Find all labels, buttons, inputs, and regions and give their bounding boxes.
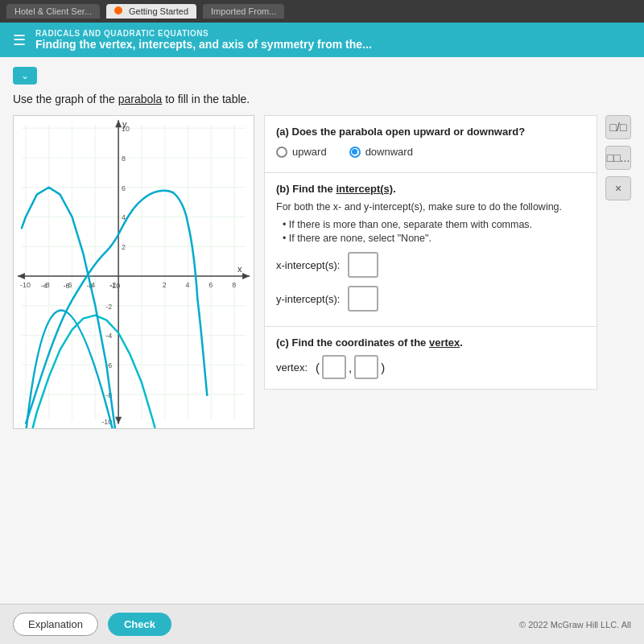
vertex-x-input[interactable] (322, 355, 346, 379)
collapse-button[interactable]: ⌄ (13, 67, 37, 85)
app-container: ☰ RADICALS AND QUADRATIC EQUATIONS Findi… (0, 23, 644, 644)
check-button[interactable]: Check (108, 613, 171, 636)
main-layout: y x -10 -8 -6 -4 -10 -8 -6 -4 -2 2 (13, 115, 631, 429)
boxes-icon-button[interactable]: □□... (605, 146, 631, 170)
side-icons: □/□ □□... × (605, 115, 631, 390)
tab-imported[interactable]: Imported From... (203, 4, 284, 19)
y-intercept-input[interactable] (348, 286, 378, 312)
intercept-instructions: For both the x- and y-intercept(s), make… (276, 201, 585, 213)
tab-getting-started[interactable]: Getting Started (106, 4, 196, 19)
header-title: Finding the vertex, intercepts, and axis… (35, 38, 631, 51)
tab-hotel[interactable]: Hotel & Client Ser... (6, 4, 100, 19)
radio-upward-circle[interactable] (276, 147, 287, 158)
graph-container: y x -10 -8 -6 -4 -10 -8 -6 -4 -2 2 (13, 115, 254, 429)
comma-separator: , (349, 361, 352, 374)
explanation-button[interactable]: Explanation (13, 613, 98, 636)
bullet-list: If there is more than one, separate them… (276, 219, 585, 244)
top-bar: ☰ RADICALS AND QUADRATIC EQUATIONS Findi… (0, 23, 644, 57)
header-subtitle: RADICALS AND QUADRATIC EQUATIONS (35, 29, 631, 38)
header-content: RADICALS AND QUADRATIC EQUATIONS Finding… (35, 29, 631, 51)
vertex-label: vertex: (276, 361, 308, 374)
part-b-section: (b) Find the intercept(s). For both the … (264, 173, 597, 327)
right-panel: (a) Does the parabola open upward or dow… (264, 115, 597, 390)
content-area: ⌄ Use the graph of the parabola to fill … (0, 57, 644, 604)
radio-upward[interactable]: upward (276, 146, 327, 158)
question-instruction: Use the graph of the parabola to fill in… (13, 93, 631, 105)
hamburger-icon[interactable]: ☰ (13, 31, 26, 49)
tab-favicon (114, 6, 122, 14)
parabola-overlay (14, 116, 254, 428)
bullet-2: If there are none, select "None". (283, 233, 585, 244)
part-a-title: (a) Does the parabola open upward or dow… (276, 126, 585, 138)
radio-downward-circle[interactable] (349, 147, 361, 158)
fraction-icon-button[interactable]: □/□ (605, 115, 631, 139)
vertex-y-input[interactable] (354, 355, 378, 379)
radio-downward[interactable]: downward (349, 146, 413, 158)
part-a-section: (a) Does the parabola open upward or dow… (264, 115, 597, 173)
part-b-title: (b) Find the intercept(s). (276, 183, 585, 195)
y-intercept-label: y-intercept(s): (276, 293, 340, 305)
right-section: (a) Does the parabola open upward or dow… (264, 115, 631, 390)
vertex-row: vertex: ( , ) (276, 355, 585, 379)
radio-group: upward downward (276, 146, 585, 158)
bottom-bar: Explanation Check © 2022 McGraw Hill LLC… (0, 604, 644, 644)
part-c-section: (c) Find the coordinates of the vertex. … (264, 327, 597, 390)
vertex-boxes: ( , ) (316, 355, 385, 379)
bullet-1: If there is more than one, separate them… (283, 219, 585, 230)
y-intercept-row: y-intercept(s): (276, 286, 585, 312)
x-intercept-row: x-intercept(s): (276, 252, 585, 278)
part-c-title: (c) Find the coordinates of the vertex. (276, 336, 585, 349)
browser-chrome: Hotel & Client Ser... Getting Started Im… (0, 0, 644, 23)
close-paren: ) (381, 361, 385, 374)
x-intercept-input[interactable] (348, 252, 378, 278)
copyright-text: © 2022 McGraw Hill LLC. All (519, 620, 631, 630)
close-icon-button[interactable]: × (605, 176, 631, 200)
x-intercept-label: x-intercept(s): (276, 259, 340, 271)
open-paren: ( (316, 361, 320, 374)
